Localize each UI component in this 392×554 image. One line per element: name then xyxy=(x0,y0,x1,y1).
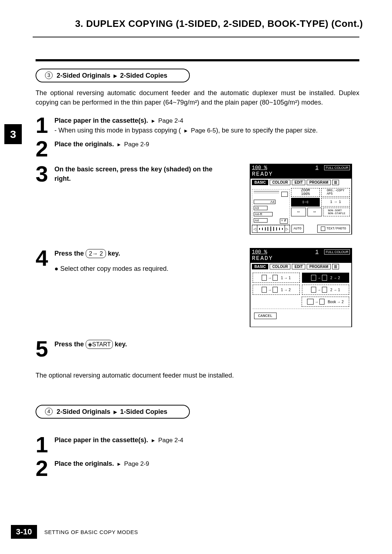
step-num-5: 5 xyxy=(36,339,54,359)
step4-bold-a: Press the xyxy=(54,250,86,257)
tab-edit[interactable]: EDIT xyxy=(292,180,305,185)
dup-1-1[interactable]: → 1 → 1 xyxy=(253,273,300,283)
s4-step-num-1: 1 xyxy=(36,435,54,455)
density-right-icon[interactable]: ▷ xyxy=(285,225,290,232)
intro-text: The optional reversing automatic documen… xyxy=(36,88,359,107)
dup-2-1[interactable]: → 2 → 1 xyxy=(302,285,349,295)
step3-wrap: 3 On the basic screen, press the key (sh… xyxy=(36,164,359,236)
s4-step-body-2: Place the originals. ► Page 2-9 xyxy=(54,458,149,469)
right-col: ZOOM 100% ORG.→COPY APS ▯→▯ 1 → 1 ▭ ▭ NO… xyxy=(291,188,350,217)
ref-arrow-icon: ► xyxy=(183,128,188,134)
finisher-icon-b[interactable]: ▭ xyxy=(307,208,322,216)
s4-step2-bold: Place the originals. xyxy=(54,460,114,467)
paper-area: A4 A3 A4-R A4 ≡ ⇵ xyxy=(252,189,290,225)
paper-a4r: A4-R xyxy=(255,212,262,216)
step4-wrap: 4 Press the 2→ 2 key. ● Select other cop… xyxy=(36,248,359,331)
s4-step1-bold: Place paper in the cassette(s). xyxy=(54,436,148,444)
tab-colour[interactable]: COLOUR xyxy=(270,180,290,185)
zoom-cell[interactable]: ZOOM 100% xyxy=(291,188,320,197)
s4-step-2: 2 Place the originals. ► Page 2-9 xyxy=(36,458,359,478)
finisher-icon-a[interactable]: ▭ xyxy=(291,208,306,216)
lcd-screen-duplex: 100 % 1 FULL COLOUR READY BASIC COLOUR E… xyxy=(250,248,352,327)
footer: 3-10 SETTING OF BASIC COPY MODES xyxy=(11,525,138,539)
step-body-1: Place paper in the cassette(s). ► Page 2… xyxy=(54,115,318,135)
tab-help-icon-2[interactable]: ☰ xyxy=(332,264,339,269)
density-left-icon[interactable]: ◁ xyxy=(252,225,257,232)
lcd2-tabs: BASIC COLOUR EDIT PROGRAM ☰ xyxy=(250,263,351,270)
ref-arrow-icon: ► xyxy=(151,118,156,124)
heading-text-a: 2-Sided Originals xyxy=(57,72,110,79)
cancel-button[interactable]: CANCEL xyxy=(254,313,277,319)
step3-bold: On the basic screen, press the key (shad… xyxy=(54,166,212,182)
heading4-text-a: 2-Sided Originals xyxy=(57,408,110,415)
page-title: 3. DUPLEX COPYING (1-SIDED, 2-SIDED, BOO… xyxy=(25,18,367,29)
lcd-top: 100 % 1 FULL COLOUR xyxy=(250,164,352,171)
lcd2-body: BASIC COLOUR EDIT PROGRAM ☰ → 1 → 1 → 2 … xyxy=(250,263,351,327)
tab-program[interactable]: PROGRAM xyxy=(307,180,331,185)
dup-1-1-label: 1 → 1 xyxy=(281,276,291,280)
duplex-shaded-key[interactable]: ▯→▯ xyxy=(291,198,320,207)
step-body-5: Press the ◈START key. xyxy=(54,339,127,349)
step-body-3: On the basic screen, press the key (shad… xyxy=(54,164,218,183)
step-num-2: 2 xyxy=(36,139,54,159)
duplex-grid: → 1 → 1 → 2 → 2 → 1 → 2 → 2 → 1 → Book →… xyxy=(250,270,351,321)
lcd2-top: 100 % 1 FULL COLOUR xyxy=(250,248,352,255)
paper-a3: A3 xyxy=(255,206,259,210)
one-to-one[interactable]: 1 → 1 xyxy=(321,198,350,207)
ready-label: READY xyxy=(250,171,352,179)
header-rule xyxy=(33,37,359,37)
auto-key[interactable]: AUTO xyxy=(291,225,304,233)
tab-basic[interactable]: BASIC xyxy=(252,180,268,185)
dup-2-2[interactable]: → 2 → 2 xyxy=(302,273,349,283)
full-colour-badge-2: FULL COLOUR xyxy=(324,249,350,254)
circled-3: 3 xyxy=(45,72,53,79)
step1-bold: Place paper in the cassette(s). xyxy=(54,117,148,124)
triangle-icon: ▶ xyxy=(114,410,117,415)
step-body-4: Press the 2→ 2 key. ● Select other copy … xyxy=(54,248,168,273)
step-5: 5 Press the ◈START key. xyxy=(36,339,359,359)
copy-count: 1 xyxy=(312,165,322,171)
manual-page: 3. DUPLEX COPYING (1-SIDED, 2-SIDED, BOO… xyxy=(0,0,392,554)
dup-1-2-label: 1 → 2 xyxy=(281,288,291,292)
footer-text: SETTING OF BASIC COPY MODES xyxy=(44,529,138,535)
step1-subtail: ), be sure to specify the paper size. xyxy=(216,127,318,134)
dup-1-2[interactable]: → 1 → 2 xyxy=(253,285,300,295)
section-heading-3: 3 2-Sided Originals ▶ 2-Sided Copies xyxy=(36,69,190,82)
zoom-pct: 100 % xyxy=(252,165,267,171)
paper-a4: A4 xyxy=(270,200,274,204)
dup-2-1-label: 2 → 1 xyxy=(330,288,340,292)
heading-text-b: 2-Sided Copies xyxy=(120,72,167,79)
text-photo-key[interactable]: TEXT/PHOTO xyxy=(317,225,350,233)
tab-basic-2[interactable]: BASIC xyxy=(252,264,268,269)
dup-book-2[interactable]: → Book → 2 xyxy=(302,297,349,307)
paper-updown-icon[interactable]: ≡ ⇵ xyxy=(280,219,288,224)
tab-colour-2[interactable]: COLOUR xyxy=(270,264,290,269)
step-num-3: 3 xyxy=(36,164,54,184)
step-1: 1 Place paper in the cassette(s). ► Page… xyxy=(36,115,359,135)
zoom-pct-2: 100 % xyxy=(252,249,267,255)
full-colour-badge: FULL COLOUR xyxy=(324,165,350,170)
start-label: START xyxy=(92,341,111,347)
step5-bold-b: key. xyxy=(113,341,127,348)
circled-4: 4 xyxy=(45,408,53,415)
text-photo-icon xyxy=(321,227,325,231)
lcd-tabs: BASIC COLOUR EDIT PROGRAM ☰ xyxy=(250,179,351,186)
note-text: The optional reversing automatic documen… xyxy=(36,372,359,379)
section-rule xyxy=(36,59,359,61)
s4-step-body-1: Place paper in the cassette(s). ► Page 2… xyxy=(54,435,183,445)
key-start: ◈START xyxy=(86,340,113,349)
ref-arrow-icon: ► xyxy=(151,437,156,443)
tab-edit-2[interactable]: EDIT xyxy=(292,264,305,269)
density-bar[interactable]: ◁ ▷ xyxy=(252,225,290,233)
page-number: 3-10 xyxy=(11,525,37,539)
org-copy-cell[interactable]: ORG.→COPY APS xyxy=(321,188,350,197)
key-2-to-2: 2→ 2 xyxy=(86,249,106,258)
lcd-body: BASIC COLOUR EDIT PROGRAM ☰ A4 A3 A4-R xyxy=(250,179,351,234)
step2-ref: Page 2-9 xyxy=(124,141,149,148)
tab-help-icon[interactable]: ☰ xyxy=(332,180,339,185)
nonsort-cell[interactable]: NON-SORT NON-STAPLE xyxy=(323,208,350,216)
dup-book-label: Book → 2 xyxy=(328,300,344,304)
bottom-row: ◁ ▷ AUTO TEXT/PHOTO xyxy=(252,225,350,233)
step1-ref: Page 2-4 xyxy=(158,117,183,124)
tab-program-2[interactable]: PROGRAM xyxy=(307,264,331,269)
